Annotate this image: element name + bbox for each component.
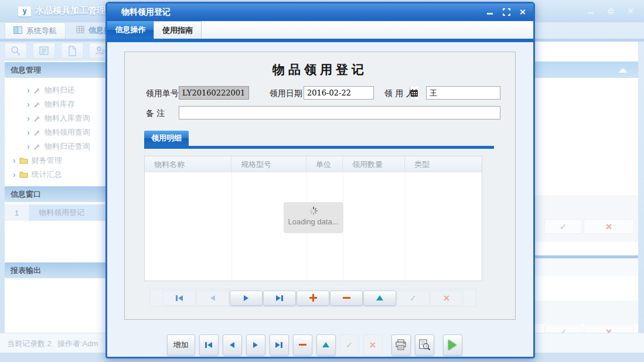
chevron-right-icon: › — [27, 128, 30, 136]
material-requisition-dialog: 物料领用登记 × 信息操作 使用指南 物品领用登记 领用单号 领用日期 — [105, 2, 535, 358]
next-record-button[interactable] — [230, 291, 263, 306]
window-pane-icon — [13, 26, 22, 36]
date-field-wrap — [304, 86, 374, 100]
sidebar-item-material-return[interactable]: › 物料归还 — [5, 83, 117, 97]
grid-icon — [76, 26, 84, 35]
sidebar-item-finance-management[interactable]: › 财务管理 — [5, 153, 117, 168]
note-label: 备 注 — [146, 106, 165, 120]
sidebar-item-requisition-query[interactable]: › 物料领用查询 — [5, 125, 117, 139]
dialog-minimize-icon[interactable] — [485, 7, 495, 16]
col-material-name[interactable]: 物料名称 — [145, 156, 231, 172]
minus-icon — [343, 297, 350, 299]
detail-accent-bar — [144, 146, 494, 149]
chevron-right-icon: › — [27, 100, 30, 108]
band — [530, 258, 638, 276]
form-icon — [39, 46, 49, 56]
folder-icon — [19, 171, 28, 178]
tab-system-navigation[interactable]: 系统导航 — [5, 22, 66, 39]
delete-button[interactable] — [293, 334, 312, 356]
first-icon — [205, 342, 212, 348]
sidebar-section-info-window[interactable]: 信息窗口 — [5, 186, 117, 202]
edit-row-button[interactable] — [363, 291, 396, 306]
spinner-icon — [309, 206, 318, 216]
last-record-button[interactable] — [263, 291, 296, 306]
note-field[interactable] — [179, 106, 500, 119]
sidebar-item-statistics-summary[interactable]: › 统计汇总 — [5, 168, 117, 182]
search-icon — [11, 46, 21, 56]
sidebar-section-info-management[interactable]: 信息管理 — [5, 62, 117, 78]
next-icon — [244, 295, 248, 301]
tab-info-operation[interactable]: 信息操作 — [107, 21, 154, 39]
minimize-icon[interactable] — [584, 6, 597, 16]
restore-icon[interactable] — [604, 6, 617, 16]
first-record-button[interactable] — [199, 334, 219, 356]
col-type[interactable]: 类型 — [405, 156, 482, 172]
sidebar-item-label: 物料领用查询 — [45, 127, 90, 138]
user-icon — [95, 46, 105, 56]
sidebar-item-label: 物料归还 — [45, 85, 75, 95]
chevron-right-icon: › — [27, 142, 30, 151]
dialog-body: 物品领用登记 领用单号 领用日期 领 用 人 备 注 领用明细 — [107, 42, 533, 357]
order-no-field[interactable] — [179, 86, 249, 100]
date-label: 领用日期 — [270, 86, 302, 100]
dialog-titlebar: 物料领用登记 × — [107, 4, 533, 21]
sidebar-item-label: 物料入库查询 — [45, 113, 90, 124]
person-label: 领 用 人 — [384, 86, 414, 100]
tab-label: 系统导航 — [26, 26, 57, 36]
search-button[interactable] — [5, 43, 27, 59]
cancel-button[interactable]: × — [363, 334, 383, 356]
prev-record-button[interactable] — [196, 291, 229, 306]
form-heading: 物品领用登记 — [125, 62, 515, 78]
dialog-maximize-icon[interactable] — [502, 7, 511, 16]
col-quantity[interactable]: 领用数量 — [343, 156, 405, 172]
sidebar-item-return-query[interactable]: › 物料归还查询 — [5, 139, 117, 153]
cancel-row-button[interactable]: × — [430, 291, 463, 306]
insert-row-button[interactable] — [297, 291, 329, 306]
post-row-button[interactable]: ✓ — [397, 291, 430, 306]
add-button[interactable]: 增加 — [167, 334, 195, 356]
col-unit[interactable]: 单位 — [306, 156, 343, 172]
confirm-button[interactable]: ✓ — [544, 219, 582, 234]
sidebar-section-report-output[interactable]: 报表输出 — [5, 262, 117, 278]
tab-user-guide[interactable]: 使用指南 — [154, 21, 202, 39]
tab-requisition-detail[interactable]: 领用明细 — [144, 131, 189, 146]
sidebar-item-inbound-query[interactable]: › 物料入库查询 — [5, 111, 117, 125]
close-icon[interactable]: × — [624, 6, 637, 16]
sidebar-item-label: 物料归还查询 — [45, 141, 90, 152]
dialog-toolbar: 增加 ✓ × — [107, 334, 522, 356]
sidebar-item-label: 统计汇总 — [32, 169, 62, 180]
edit-button[interactable] — [316, 334, 336, 356]
info-window-row[interactable]: 1 物料领用登记 — [5, 204, 117, 221]
record-count: 当前记录数 2 — [7, 339, 52, 349]
person-field[interactable] — [426, 86, 500, 100]
document-button[interactable] — [61, 43, 83, 59]
prev-record-button[interactable] — [223, 334, 242, 356]
dialog-close-icon[interactable]: × — [518, 7, 527, 16]
sidebar-item-label: 物料库存 — [45, 99, 75, 110]
detail-table: 物料名称 规格型号 单位 领用数量 类型 — [144, 156, 482, 281]
save-button[interactable]: ✓ — [340, 334, 359, 356]
minus-icon — [299, 344, 306, 346]
registration-panel: 物品领用登记 领用单号 领用日期 领 用 人 备 注 领用明细 — [124, 52, 516, 320]
sidebar: 信息管理 › 物料归还 › 物料库存 › 物料入库查询 › 物料领用查询 — [5, 61, 117, 333]
detail-pager-toolbar: ✓ × — [149, 289, 476, 307]
printer-icon — [395, 339, 407, 350]
execute-button[interactable] — [443, 334, 462, 356]
print-button[interactable] — [391, 334, 411, 356]
last-icon — [275, 342, 282, 348]
loading-indicator: Loading data... — [284, 202, 343, 233]
dialog-controls: × — [485, 7, 527, 16]
delete-row-button[interactable] — [330, 291, 363, 306]
main-window-controls: × — [584, 6, 637, 16]
cancel-button[interactable]: × — [584, 219, 634, 234]
next-record-button[interactable] — [246, 334, 265, 356]
sidebar-item-material-stock[interactable]: › 物料库存 — [5, 97, 117, 111]
form-button[interactable] — [33, 43, 55, 59]
print-preview-button[interactable] — [415, 334, 434, 356]
band — [530, 300, 638, 324]
first-record-button[interactable] — [163, 291, 196, 306]
detail-table-header: 物料名称 规格型号 单位 领用数量 类型 — [145, 156, 482, 172]
last-record-button[interactable] — [270, 334, 289, 356]
col-spec-model[interactable]: 规格型号 — [231, 156, 306, 172]
collapse-up-icon[interactable] — [618, 68, 628, 73]
